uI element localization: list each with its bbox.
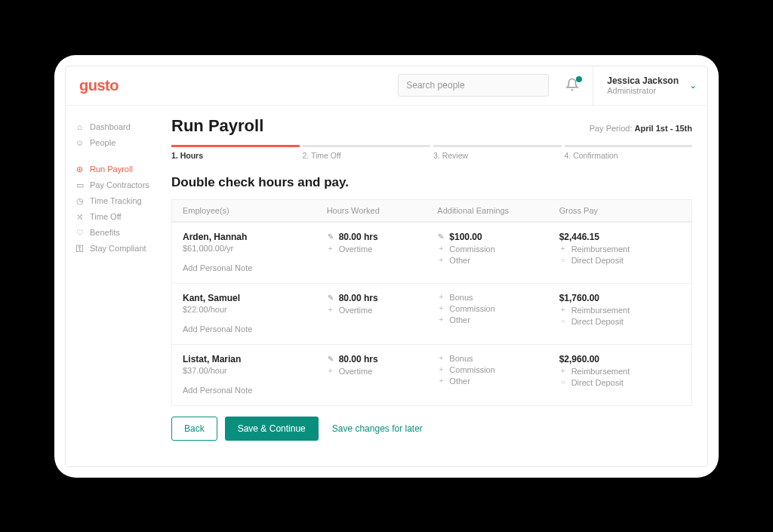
- add-commission-link[interactable]: +Commission: [437, 365, 559, 374]
- add-reimbursement-link[interactable]: +Reimbursement: [559, 367, 681, 376]
- home-icon: ⌂: [75, 122, 85, 132]
- search-input[interactable]: Search people: [398, 74, 549, 97]
- user-name: Jessica Jackson: [607, 75, 679, 86]
- plus-icon: +: [559, 306, 567, 314]
- plus-icon: +: [437, 304, 445, 312]
- table-row: Listat, Marian $37.00/hour Add Personal …: [172, 344, 691, 405]
- main-content: Run Payroll Pay Period: April 1st - 15th…: [171, 106, 707, 466]
- hours-value[interactable]: ✎80.00 hrs: [327, 293, 438, 303]
- plus-icon: +: [437, 315, 445, 324]
- hours-value[interactable]: ✎80.00 hrs: [327, 354, 438, 364]
- sidebar-item-time-off[interactable]: ⤮ Time Off: [75, 209, 165, 225]
- refresh-icon: ○: [559, 256, 567, 264]
- plus-icon: +: [559, 244, 567, 253]
- action-bar: Back Save & Continue Save changes for la…: [171, 406, 692, 448]
- user-menu[interactable]: Jessica Jackson Administrator ⌄: [593, 66, 697, 105]
- user-role: Administrator: [607, 86, 679, 95]
- body: ⌂ Dashboard ☺ People ⊛ Run Payroll ▭ Pay…: [66, 106, 707, 466]
- plus-icon: +: [437, 365, 445, 374]
- add-bonus-link[interactable]: +Bonus: [437, 354, 559, 363]
- add-personal-note-link[interactable]: Add Personal Note: [183, 386, 327, 395]
- employee-cell: Kant, Samuel $22.00/hour Add Personal No…: [183, 293, 327, 334]
- save-continue-button[interactable]: Save & Continue: [225, 417, 319, 441]
- employee-name: Arden, Hannah: [183, 232, 327, 242]
- sidebar-item-run-payroll[interactable]: ⊛ Run Payroll: [75, 161, 165, 177]
- table-row: Arden, Hannah $61,000.00/yr Add Personal…: [172, 222, 691, 283]
- earnings-cell: +Bonus +Commission +Other: [437, 293, 559, 334]
- section-subtitle: Double check hours and pay.: [171, 175, 692, 190]
- sidebar-item-label: Time Off: [90, 212, 122, 221]
- hours-cell: ✎80.00 hrs +Overtime: [327, 354, 438, 395]
- step-confirmation[interactable]: 4. Confirmation: [565, 145, 693, 160]
- sidebar-item-stay-compliant[interactable]: ⚿ Stay Compliant: [75, 241, 165, 257]
- title-row: Run Payroll Pay Period: April 1st - 15th: [171, 116, 692, 136]
- save-for-later-link[interactable]: Save changes for later: [332, 423, 423, 434]
- top-bar: gusto Search people Jessica Jackson Admi…: [66, 66, 707, 106]
- plus-icon: +: [437, 256, 445, 264]
- plus-icon: +: [437, 354, 445, 362]
- add-overtime-link[interactable]: +Overtime: [327, 367, 438, 376]
- sidebar-item-people[interactable]: ☺ People: [75, 135, 165, 151]
- table-header: Employee(s) Hours Worked Additional Earn…: [172, 200, 691, 222]
- add-personal-note-link[interactable]: Add Personal Note: [183, 263, 327, 272]
- sidebar: ⌂ Dashboard ☺ People ⊛ Run Payroll ▭ Pay…: [66, 106, 171, 466]
- hours-cell: ✎80.00 hrs +Overtime: [327, 293, 438, 334]
- hours-value[interactable]: ✎80.00 hrs: [327, 232, 438, 242]
- add-personal-note-link[interactable]: Add Personal Note: [183, 324, 327, 334]
- plus-icon: +: [327, 244, 334, 253]
- sidebar-item-pay-contractors[interactable]: ▭ Pay Contractors: [75, 177, 165, 193]
- add-reimbursement-link[interactable]: +Reimbursement: [559, 306, 681, 315]
- lock-icon: ⚿: [75, 244, 85, 254]
- plus-icon: +: [327, 306, 334, 314]
- sidebar-separator: [75, 151, 165, 161]
- earnings-value[interactable]: ✎$100.00: [437, 232, 559, 242]
- col-earnings: Additional Earnings: [437, 206, 559, 215]
- sidebar-item-label: Time Tracking: [90, 196, 142, 205]
- card-icon: ▭: [75, 180, 85, 190]
- pay-period-value: April 1st - 15th: [635, 124, 692, 133]
- stepper: 1. Hours 2. Time Off 3. Review 4. Confir…: [171, 145, 692, 160]
- employee-cell: Arden, Hannah $61,000.00/yr Add Personal…: [183, 232, 327, 272]
- gross-cell: $2,960.00 +Reimbursement ○Direct Deposit: [559, 354, 681, 395]
- brand-logo[interactable]: gusto: [79, 77, 119, 94]
- gross-value: $2,446.15: [559, 232, 681, 242]
- pay-period: Pay Period: April 1st - 15th: [590, 124, 692, 133]
- sidebar-item-label: Dashboard: [90, 122, 131, 131]
- col-employee: Employee(s): [183, 206, 327, 215]
- back-button[interactable]: Back: [171, 417, 217, 441]
- plus-icon: +: [437, 293, 445, 301]
- page-title: Run Payroll: [171, 116, 263, 136]
- direct-deposit-link[interactable]: ○Direct Deposit: [559, 317, 681, 326]
- step-review[interactable]: 3. Review: [433, 145, 562, 160]
- employee-rate: $37.00/hour: [183, 366, 327, 375]
- earnings-cell: ✎$100.00 +Commission +Other: [437, 232, 559, 272]
- sidebar-item-time-tracking[interactable]: ◷ Time Tracking: [75, 193, 165, 209]
- add-bonus-link[interactable]: +Bonus: [437, 293, 559, 302]
- col-hours: Hours Worked: [327, 206, 438, 215]
- step-time-off[interactable]: 2. Time Off: [303, 145, 431, 160]
- user-text: Jessica Jackson Administrator: [607, 75, 679, 95]
- gross-value: $2,960.00: [559, 354, 681, 364]
- sidebar-item-benefits[interactable]: ♡ Benefits: [75, 225, 165, 241]
- sidebar-item-dashboard[interactable]: ⌂ Dashboard: [75, 119, 165, 135]
- hours-cell: ✎80.00 hrs +Overtime: [327, 232, 438, 272]
- person-icon: ☺: [75, 138, 85, 148]
- add-overtime-link[interactable]: +Overtime: [327, 244, 438, 254]
- add-commission-link[interactable]: +Commission: [437, 244, 559, 254]
- add-other-link[interactable]: +Other: [437, 256, 559, 265]
- plus-icon: +: [559, 367, 567, 375]
- clock-icon: ◷: [75, 196, 85, 206]
- payroll-table: Employee(s) Hours Worked Additional Earn…: [171, 199, 692, 406]
- add-commission-link[interactable]: +Commission: [437, 304, 559, 313]
- add-overtime-link[interactable]: +Overtime: [327, 306, 438, 315]
- step-hours[interactable]: 1. Hours: [171, 145, 300, 160]
- sidebar-item-label: Stay Compliant: [90, 244, 146, 253]
- employee-rate: $61,000.00/yr: [183, 244, 327, 253]
- add-reimbursement-link[interactable]: +Reimbursement: [559, 244, 681, 254]
- add-other-link[interactable]: +Other: [437, 377, 559, 386]
- col-gross: Gross Pay: [559, 206, 681, 215]
- direct-deposit-link[interactable]: ○Direct Deposit: [559, 378, 681, 387]
- notifications-button[interactable]: [565, 78, 581, 93]
- add-other-link[interactable]: +Other: [437, 315, 559, 324]
- direct-deposit-link[interactable]: ○Direct Deposit: [559, 256, 681, 265]
